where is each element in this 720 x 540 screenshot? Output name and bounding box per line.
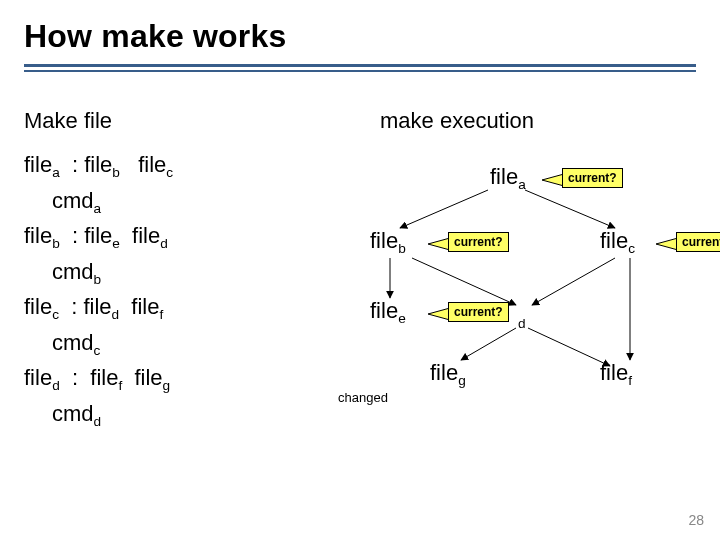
label-changed: changed <box>338 390 388 405</box>
svg-line-0 <box>400 190 488 228</box>
node-file-e: filee <box>370 298 406 326</box>
tag-current-b: current? <box>448 232 509 252</box>
tag-current-e: current? <box>448 302 509 322</box>
rule-cmd: cmdc <box>24 326 173 362</box>
page-number: 28 <box>688 512 704 528</box>
slide-title: How make works <box>24 18 286 55</box>
svg-line-3 <box>412 258 516 305</box>
svg-marker-8 <box>542 174 564 186</box>
svg-marker-10 <box>656 238 678 250</box>
node-file-a: filea <box>490 164 526 192</box>
heading-makefile: Make file <box>24 108 112 134</box>
execution-diagram: filea fileb filec filee d fileg filef cu… <box>280 150 710 470</box>
makefile-listing: filea : fileb filec cmda fileb : filee f… <box>24 148 173 432</box>
svg-line-1 <box>525 190 615 228</box>
tag-current-a: current? <box>562 168 623 188</box>
node-file-f: filef <box>600 360 632 388</box>
title-underline <box>24 64 696 72</box>
rule-line: filed : filef fileg <box>24 361 173 397</box>
node-file-b: fileb <box>370 228 406 256</box>
rule-cmd: cmdb <box>24 255 173 291</box>
node-file-g: fileg <box>430 360 466 388</box>
tag-current-c: current? <box>676 232 720 252</box>
node-file-d: d <box>518 303 526 331</box>
svg-marker-11 <box>428 308 450 320</box>
svg-line-4 <box>532 258 615 305</box>
rule-line: filea : fileb filec <box>24 148 173 184</box>
heading-execution: make execution <box>380 108 534 134</box>
svg-line-6 <box>528 328 610 366</box>
node-file-c: filec <box>600 228 635 256</box>
rule-cmd: cmdd <box>24 397 173 433</box>
rule-line: filec : filed filef <box>24 290 173 326</box>
rule-line: fileb : filee filed <box>24 219 173 255</box>
svg-line-7 <box>461 328 516 360</box>
svg-marker-9 <box>428 238 450 250</box>
rule-cmd: cmda <box>24 184 173 220</box>
